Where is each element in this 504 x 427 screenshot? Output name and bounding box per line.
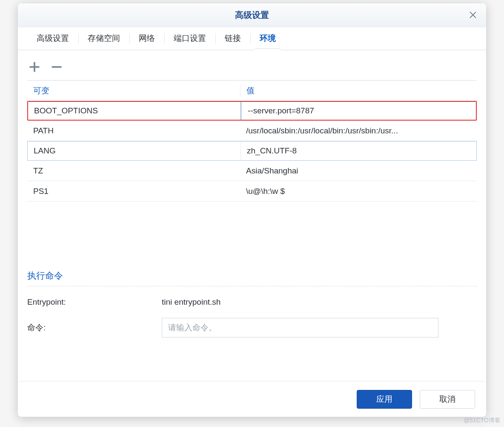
cell-variable[interactable]: PATH [27,126,240,136]
cell-variable[interactable]: LANG [28,146,241,156]
table-header: 可变 值 [27,81,477,101]
table-row[interactable]: TZ Asia/Shanghai [27,161,477,181]
table-row[interactable]: LANG zh_CN.UTF-8 [27,141,477,161]
cancel-button[interactable]: 取消 [420,390,475,409]
apply-button[interactable]: 应用 [357,390,412,409]
tab-environment[interactable]: 环境 [250,27,285,50]
add-button[interactable] [27,60,42,74]
col-value[interactable]: 值 [240,85,477,96]
entrypoint-label: Entrypoint: [27,297,162,307]
dialog-footer: 应用 取消 [18,381,486,417]
command-input[interactable] [162,318,438,338]
cell-variable[interactable]: TZ [27,166,240,176]
tab-advanced[interactable]: 高级设置 [27,27,78,50]
cell-value[interactable]: \u@\h:\w $ [240,187,477,196]
close-icon [468,10,478,20]
close-button[interactable] [468,10,478,20]
cell-variable[interactable]: PS1 [27,187,240,196]
entrypoint-row: Entrypoint: tini entrypoint.sh [27,297,477,307]
cell-value[interactable]: --server.port=8787 [240,102,476,120]
tab-links[interactable]: 链接 [215,27,250,50]
minus-icon [50,61,63,73]
table-body: BOOT_OPTIONS --server.port=8787 PATH /us… [27,101,477,202]
dialog-title: 高级设置 [235,9,269,21]
exec-section-title: 执行命令 [27,270,477,286]
cell-variable[interactable]: BOOT_OPTIONS [28,106,240,115]
tab-content: 可变 值 BOOT_OPTIONS --server.port=8787 PAT… [18,50,486,381]
tab-network[interactable]: 网络 [129,27,164,50]
table-row[interactable]: PATH /usr/local/sbin:/usr/local/bin:/usr… [27,121,477,141]
cell-value[interactable]: /usr/local/sbin:/usr/local/bin:/usr/sbin… [240,126,477,136]
remove-button[interactable] [49,60,64,74]
tab-bar: 高级设置 存储空间 网络 端口设置 链接 环境 [18,27,486,50]
table-row[interactable]: PS1 \u@\h:\w $ [27,181,477,202]
table-row[interactable]: BOOT_OPTIONS --server.port=8787 [27,101,477,121]
command-row: 命令: [27,318,477,338]
title-bar: 高级设置 [18,3,486,27]
plus-icon [28,61,41,73]
env-toolbar [27,58,477,80]
tab-storage[interactable]: 存储空间 [78,27,129,50]
tab-ports[interactable]: 端口设置 [164,27,215,50]
cell-value[interactable]: zh_CN.UTF-8 [241,141,476,160]
watermark: @51CTO博客 [464,417,501,424]
command-label: 命令: [27,322,162,333]
env-table: 可变 值 BOOT_OPTIONS --server.port=8787 PAT… [27,80,477,202]
cell-value[interactable]: Asia/Shanghai [240,166,477,176]
entrypoint-value: tini entrypoint.sh [162,297,477,307]
col-variable[interactable]: 可变 [27,85,240,96]
settings-dialog: 高级设置 高级设置 存储空间 网络 端口设置 链接 环境 可变 值 [18,3,486,417]
